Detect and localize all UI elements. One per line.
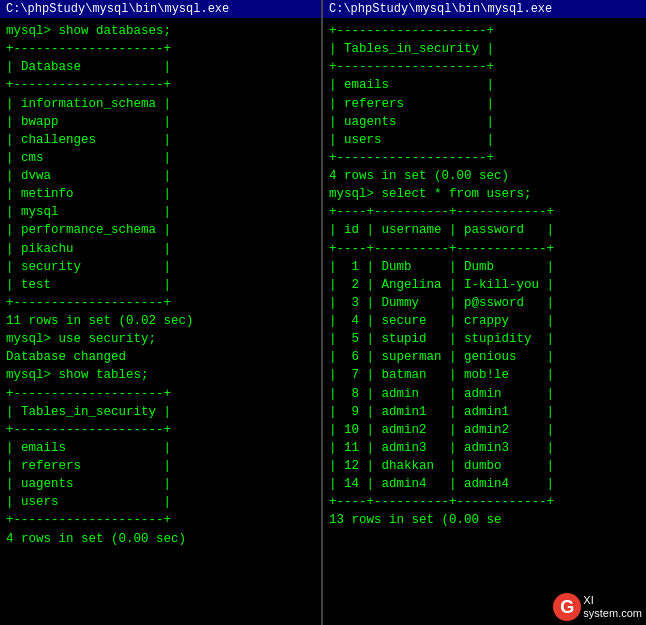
terminal-line: +--------------------+	[329, 22, 640, 40]
terminal-line: | test |	[6, 276, 315, 294]
terminal-line: +--------------------+	[329, 149, 640, 167]
terminal-line: +----+----------+------------+	[329, 203, 640, 221]
terminal-line: | mysql |	[6, 203, 315, 221]
right-content: +--------------------+| Tables_in_securi…	[329, 22, 640, 530]
terminal-line: +--------------------+	[6, 76, 315, 94]
terminal-line: +----+----------+------------+	[329, 240, 640, 258]
terminal-line: | users |	[6, 493, 315, 511]
terminal-line: +--------------------+	[329, 58, 640, 76]
right-title-bar: C:\phpStudy\mysql\bin\mysql.exe	[323, 0, 646, 18]
terminal-line: +--------------------+	[6, 511, 315, 529]
terminal-line: | referers |	[6, 457, 315, 475]
terminal-line: | pikachu |	[6, 240, 315, 258]
terminal-line: | emails |	[6, 439, 315, 457]
terminal-line: | dvwa |	[6, 167, 315, 185]
terminal-line: | 6 | superman | genious |	[329, 348, 640, 366]
terminal-line: | 7 | batman | mob!le |	[329, 366, 640, 384]
terminal-line: | performance_schema |	[6, 221, 315, 239]
right-terminal: C:\phpStudy\mysql\bin\mysql.exe +-------…	[323, 0, 646, 625]
terminal-line: | 3 | Dummy | p@ssword |	[329, 294, 640, 312]
terminal-line: | challenges |	[6, 131, 315, 149]
terminal-line: 11 rows in set (0.02 sec)	[6, 312, 315, 330]
terminal-line: | users |	[329, 131, 640, 149]
terminal-line: +--------------------+	[6, 40, 315, 58]
terminal-line: | security |	[6, 258, 315, 276]
left-terminal: C:\phpStudy\mysql\bin\mysql.exe mysql> s…	[0, 0, 323, 625]
terminal-line: +----+----------+------------+	[329, 493, 640, 511]
left-content: mysql> show databases;+-----------------…	[6, 22, 315, 548]
terminal-line: Database changed	[6, 348, 315, 366]
terminal-line: | 4 | secure | crappy |	[329, 312, 640, 330]
terminal-line: +--------------------+	[6, 294, 315, 312]
left-title-bar: C:\phpStudy\mysql\bin\mysql.exe	[0, 0, 321, 18]
watermark-icon: G	[553, 593, 581, 621]
terminal-line: | 14 | admin4 | admin4 |	[329, 475, 640, 493]
terminal-line: 13 rows in set (0.00 se	[329, 511, 640, 529]
terminal-line: +--------------------+	[6, 385, 315, 403]
watermark: G XI system.com	[553, 593, 642, 621]
terminal-line: | cms |	[6, 149, 315, 167]
terminal-line: | emails |	[329, 76, 640, 94]
terminal-line: mysql> show databases;	[6, 22, 315, 40]
terminal-line: 4 rows in set (0.00 sec)	[329, 167, 640, 185]
terminal-line: | 1 | Dumb | Dumb |	[329, 258, 640, 276]
terminal-line: 4 rows in set (0.00 sec)	[6, 530, 315, 548]
terminal-line: mysql> use security;	[6, 330, 315, 348]
terminal-line: | id | username | password |	[329, 221, 640, 239]
watermark-text: XI system.com	[583, 594, 642, 620]
terminal-line: | information_schema |	[6, 95, 315, 113]
terminal-line: mysql> select * from users;	[329, 185, 640, 203]
terminal-line: | uagents |	[329, 113, 640, 131]
terminal-line: | metinfo |	[6, 185, 315, 203]
terminal-line: | 8 | admin | admin |	[329, 385, 640, 403]
terminal-line: +--------------------+	[6, 421, 315, 439]
terminal-line: | uagents |	[6, 475, 315, 493]
terminal-line: | 11 | admin3 | admin3 |	[329, 439, 640, 457]
terminal-line: | referers |	[329, 95, 640, 113]
terminal-line: | 10 | admin2 | admin2 |	[329, 421, 640, 439]
terminal-line: | Database |	[6, 58, 315, 76]
terminal-line: | Tables_in_security |	[6, 403, 315, 421]
terminal-line: | Tables_in_security |	[329, 40, 640, 58]
terminal-line: | 2 | Angelina | I-kill-you |	[329, 276, 640, 294]
terminal-line: | 12 | dhakkan | dumbo |	[329, 457, 640, 475]
terminal-line: | 5 | stupid | stupidity |	[329, 330, 640, 348]
terminal-line: mysql> show tables;	[6, 366, 315, 384]
terminal-line: | 9 | admin1 | admin1 |	[329, 403, 640, 421]
terminal-line: | bwapp |	[6, 113, 315, 131]
